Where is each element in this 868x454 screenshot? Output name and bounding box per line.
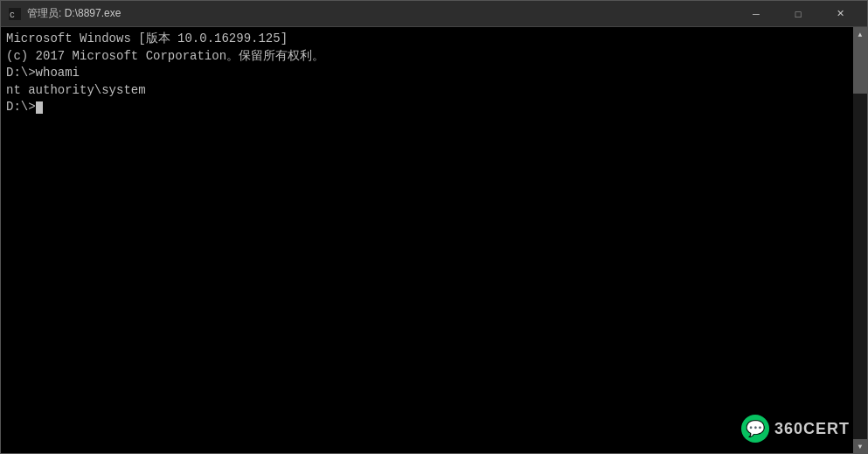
scrollbar-track[interactable]: [853, 41, 867, 439]
console-line-1: Microsoft Windows [版本 10.0.16299.125]: [6, 31, 848, 48]
watermark: 💬 360CERT: [741, 415, 850, 443]
console-area[interactable]: Microsoft Windows [版本 10.0.16299.125] (c…: [1, 27, 867, 453]
brand-name: 360CERT: [774, 420, 850, 438]
console-line-7: D:\>: [6, 99, 848, 116]
window-title: 管理员: D:\8897.exe: [27, 6, 121, 21]
cursor: [36, 101, 43, 114]
minimize-button[interactable]: ─: [736, 1, 776, 27]
wechat-icon: 💬: [741, 415, 769, 443]
scrollbar-thumb[interactable]: [853, 41, 867, 94]
console-line-2: (c) 2017 Microsoft Corporation。保留所有权利。: [6, 48, 848, 66]
console-output[interactable]: Microsoft Windows [版本 10.0.16299.125] (c…: [1, 27, 853, 453]
titlebar-left: C 管理员: D:\8897.exe: [8, 6, 121, 21]
maximize-button[interactable]: □: [778, 1, 818, 27]
scrollbar-vertical[interactable]: ▲ ▼: [853, 27, 867, 453]
svg-text:C: C: [10, 10, 15, 20]
console-line-4: D:\>whoami: [6, 65, 848, 82]
cmd-icon: C: [8, 7, 22, 21]
titlebar-controls: ─ □ ✕: [736, 1, 860, 27]
scroll-up-arrow[interactable]: ▲: [853, 27, 867, 41]
wechat-symbol: 💬: [746, 419, 765, 438]
scroll-down-arrow[interactable]: ▼: [853, 439, 867, 453]
close-button[interactable]: ✕: [820, 1, 860, 27]
console-line-5: nt authority\system: [6, 82, 848, 100]
titlebar: C 管理员: D:\8897.exe ─ □ ✕: [1, 1, 867, 27]
cmd-window: C 管理员: D:\8897.exe ─ □ ✕ Microsoft Windo…: [0, 0, 868, 454]
